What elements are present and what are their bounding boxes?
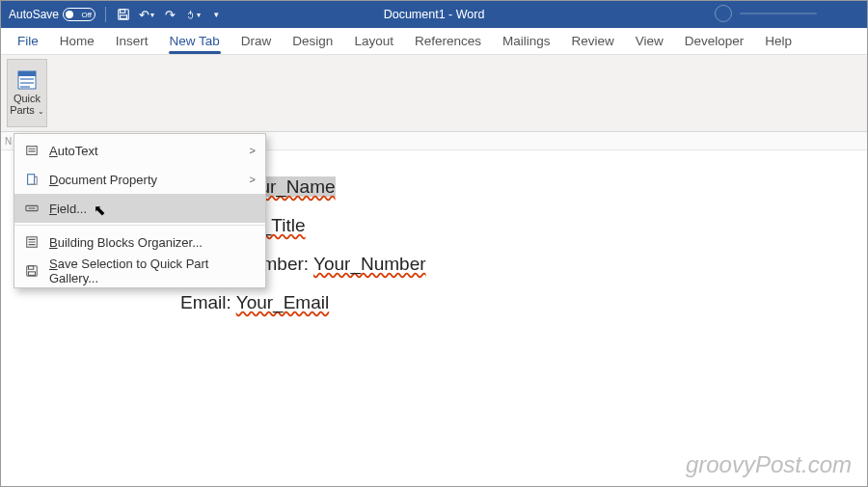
autosave-label: AutoSave	[9, 8, 59, 21]
svg-rect-6	[20, 82, 34, 84]
titlebar: AutoSave Off ↶▾ ↷ ▾ ▾ Document1 - Word	[1, 1, 867, 28]
tab-home[interactable]: Home	[49, 30, 105, 54]
field-value[interactable]: Your_Number	[313, 254, 426, 274]
tab-design[interactable]: Design	[282, 30, 343, 54]
ribbon-body: Quick Parts ⌄	[1, 55, 867, 132]
autotext-icon	[24, 143, 40, 158]
menu-item-label: Document Property	[49, 173, 256, 187]
svg-rect-5	[20, 78, 34, 80]
quick-parts-icon	[17, 70, 37, 90]
docprop-icon	[24, 172, 40, 187]
watermark: groovyPost.com	[686, 451, 852, 478]
menu-item-save-selection-to-quick-part-gallery[interactable]: Save Selection to Quick Part Gallery...	[14, 257, 265, 285]
tab-draw[interactable]: Draw	[231, 30, 283, 54]
quick-parts-button[interactable]: Quick Parts ⌄	[7, 59, 47, 127]
svg-rect-1	[121, 10, 125, 14]
svg-rect-7	[20, 86, 30, 88]
blocks-icon	[24, 234, 40, 250]
menu-separator	[14, 225, 265, 226]
tab-mailings[interactable]: Mailings	[492, 30, 561, 54]
menu-item-building-blocks-organizer[interactable]: Building Blocks Organizer...	[14, 228, 265, 257]
qat-customize-icon[interactable]: ▾	[208, 7, 224, 22]
redo-icon[interactable]: ↷	[162, 7, 177, 22]
menu-item-label: Building Blocks Organizer...	[49, 235, 256, 250]
touch-mouse-icon[interactable]: ▾	[185, 7, 201, 22]
menu-item-document-property[interactable]: Document Property>	[14, 165, 265, 194]
autosave-toggle[interactable]: AutoSave Off	[9, 8, 95, 21]
undo-icon[interactable]: ↶▾	[139, 7, 154, 22]
svg-rect-9	[28, 175, 35, 185]
svg-rect-4	[18, 71, 36, 76]
save-icon[interactable]	[116, 7, 131, 22]
chevron-right-icon: >	[250, 145, 256, 156]
svg-rect-2	[121, 15, 127, 19]
account-area[interactable]	[715, 5, 850, 22]
tab-new-tab[interactable]: New Tab	[159, 30, 231, 54]
autosave-switch[interactable]: Off	[63, 8, 95, 21]
tab-view[interactable]: View	[625, 30, 674, 54]
tab-layout[interactable]: Layout	[343, 30, 404, 54]
quick-parts-menu: AutoText>Document Property>Field...⬉Buil…	[14, 133, 266, 288]
svg-rect-8	[27, 147, 38, 155]
menu-item-label: AutoText	[49, 144, 256, 158]
menu-item-autotext[interactable]: AutoText>	[14, 136, 265, 165]
field-icon	[24, 201, 40, 216]
tab-review[interactable]: Review	[561, 30, 625, 54]
field-label: Email:	[180, 292, 236, 312]
quick-parts-label: Quick Parts ⌄	[10, 93, 44, 117]
tab-developer[interactable]: Developer	[674, 30, 755, 54]
doc-line[interactable]: Email: Your_Email	[180, 292, 426, 313]
document-title: Document1 - Word	[384, 8, 485, 21]
tab-references[interactable]: References	[404, 30, 492, 54]
tab-insert[interactable]: Insert	[105, 30, 159, 54]
ruler-left-marker: N	[5, 136, 12, 147]
menu-item-label: Save Selection to Quick Part Gallery...	[49, 257, 256, 285]
menu-item-label: Field...	[49, 202, 256, 216]
chevron-right-icon: >	[250, 174, 256, 185]
field-value[interactable]: Your_Email	[236, 292, 329, 312]
ribbon-tabs: FileHomeInsertNew TabDrawDesignLayoutRef…	[1, 28, 867, 55]
tab-file[interactable]: File	[7, 30, 49, 54]
menu-item-field[interactable]: Field...⬉	[14, 194, 265, 223]
svg-rect-13	[29, 266, 34, 270]
tab-help[interactable]: Help	[754, 30, 802, 54]
svg-rect-14	[29, 272, 36, 276]
save-icon	[24, 263, 40, 279]
